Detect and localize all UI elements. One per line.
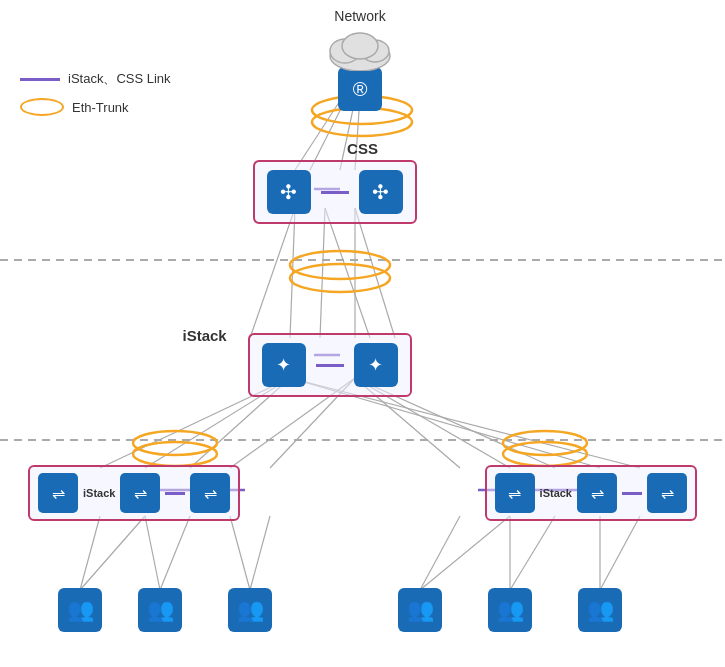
- legend: iStack、CSS Link Eth-Trunk: [20, 70, 171, 126]
- istack-bot-right-label: iStack: [540, 487, 572, 499]
- istack-bot-left-switch1: ⇌: [38, 473, 78, 513]
- istack-mid-switch-right: ✦: [354, 343, 398, 387]
- user-icon-4: 👥: [398, 588, 442, 632]
- legend-line-icon: [20, 78, 60, 81]
- istack-bot-right-purple1: [622, 492, 642, 495]
- svg-point-46: [503, 431, 587, 455]
- svg-line-33: [600, 516, 640, 590]
- svg-point-43: [290, 264, 390, 292]
- svg-line-6: [250, 208, 295, 338]
- legend-eth-trunk: Eth-Trunk: [20, 98, 171, 116]
- diagram-container: iStack、CSS Link Eth-Trunk Network ® CSS …: [0, 0, 725, 667]
- css-purple-link: [321, 191, 349, 194]
- router-switch: ®: [338, 67, 382, 111]
- css-switch-left: ✣: [267, 170, 311, 214]
- svg-line-11: [325, 208, 370, 338]
- cloud-icon: [320, 26, 400, 71]
- istack-bot-right-switch2: ⇌: [577, 473, 617, 513]
- legend-ellipse-icon: [20, 98, 64, 116]
- legend-ellipse-label: Eth-Trunk: [72, 100, 129, 115]
- svg-line-28: [420, 516, 460, 590]
- svg-line-22: [80, 516, 100, 590]
- istack-mid-switch-left: ✦: [262, 343, 306, 387]
- svg-line-26: [230, 516, 250, 590]
- svg-line-24: [145, 516, 160, 590]
- istack-mid-label: iStack: [183, 327, 227, 344]
- legend-line-label: iStack、CSS Link: [68, 70, 171, 88]
- svg-point-45: [133, 442, 217, 466]
- svg-line-29: [420, 516, 510, 590]
- istack-bot-left-group: ⇌ iStack ⇌ ⇌: [28, 465, 240, 521]
- svg-point-41: [312, 108, 412, 136]
- user-icon-2: 👥: [138, 588, 182, 632]
- svg-line-10: [320, 208, 325, 338]
- user-icon-3: 👥: [228, 588, 272, 632]
- istack-mid-group: ✦ ✦: [248, 333, 412, 397]
- svg-line-23: [80, 516, 145, 590]
- svg-point-42: [290, 251, 390, 279]
- user-icon-1: 👥: [58, 588, 102, 632]
- svg-line-31: [510, 516, 555, 590]
- istack-bot-right-switch3: ⇌: [647, 473, 687, 513]
- network-cloud-group: Network ®: [320, 8, 400, 111]
- svg-line-27: [250, 516, 270, 590]
- css-group: ✣ ✣: [253, 160, 417, 224]
- svg-point-47: [503, 442, 587, 466]
- istack-mid-purple-link: [316, 364, 344, 367]
- svg-point-51: [342, 33, 378, 59]
- istack-bot-left-switch3: ⇌: [190, 473, 230, 513]
- istack-bot-right-group: ⇌ iStack ⇌ ⇌: [485, 465, 697, 521]
- svg-line-7: [290, 208, 295, 338]
- legend-istack-css-link: iStack、CSS Link: [20, 70, 171, 88]
- istack-bot-left-purple1: [165, 492, 185, 495]
- user-icon-5: 👥: [488, 588, 532, 632]
- istack-bot-left-label: iStack: [83, 487, 115, 499]
- svg-line-25: [160, 516, 190, 590]
- css-switch-right: ✣: [359, 170, 403, 214]
- network-label: Network: [320, 8, 400, 24]
- istack-bot-right-switch1: ⇌: [495, 473, 535, 513]
- svg-point-44: [133, 431, 217, 455]
- user-icon-6: 👥: [578, 588, 622, 632]
- istack-bot-left-switch2: ⇌: [120, 473, 160, 513]
- svg-line-9: [355, 208, 395, 338]
- css-label: CSS: [347, 140, 378, 157]
